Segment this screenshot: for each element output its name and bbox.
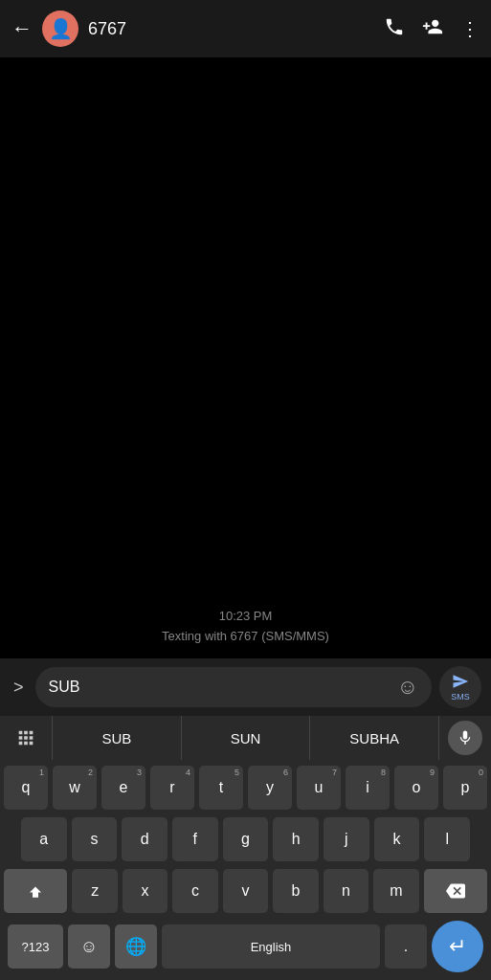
avatar-icon: 👤: [49, 17, 73, 40]
key-c[interactable]: c: [172, 869, 217, 913]
key-w[interactable]: w2: [53, 766, 97, 810]
key-emoji[interactable]: ☺: [68, 924, 110, 969]
grid-icon[interactable]: [0, 716, 52, 760]
key-p[interactable]: p0: [443, 766, 487, 810]
suggestions: SUB SUN SUBHA: [52, 716, 439, 760]
key-u[interactable]: u7: [297, 766, 341, 810]
key-q[interactable]: q1: [4, 766, 48, 810]
key-m[interactable]: m: [373, 869, 418, 913]
call-icon[interactable]: [384, 16, 405, 42]
key-d[interactable]: d: [122, 817, 167, 861]
key-enter[interactable]: ↵: [432, 921, 483, 972]
key-s[interactable]: s: [72, 817, 118, 861]
timestamp: 10:23 PM: [219, 609, 273, 623]
key-o[interactable]: o9: [394, 766, 438, 810]
more-options-icon[interactable]: ⋮: [460, 17, 480, 40]
key-y[interactable]: y6: [248, 766, 292, 810]
emoji-button[interactable]: ☺: [397, 675, 418, 700]
key-e[interactable]: e3: [101, 766, 145, 810]
key-symbols[interactable]: ?123: [8, 924, 63, 969]
input-bar: > ☺ SMS: [0, 658, 491, 716]
key-shift[interactable]: [4, 869, 67, 913]
key-x[interactable]: x: [123, 869, 167, 913]
top-bar: ← 👤 6767 ⋮: [0, 0, 491, 57]
key-row-3: z x c v b n m: [4, 869, 487, 913]
key-k[interactable]: k: [374, 817, 420, 861]
key-period[interactable]: .: [385, 924, 427, 969]
key-b[interactable]: b: [273, 869, 318, 913]
key-row-bottom: ?123 ☺ 🌐 English . ↵: [4, 921, 487, 972]
mic-button[interactable]: [439, 716, 491, 760]
suggestions-bar: SUB SUN SUBHA: [0, 716, 491, 760]
key-row-2: a s d f g h j k l: [4, 817, 487, 861]
keyboard: q1 w2 e3 r4 t5 y6 u7 i8 o9 p0 a s d f g …: [0, 760, 491, 980]
back-button[interactable]: ←: [11, 16, 33, 41]
send-button[interactable]: SMS: [439, 666, 481, 708]
key-j[interactable]: j: [324, 817, 369, 861]
key-i[interactable]: i8: [346, 766, 390, 810]
message-input[interactable]: [49, 679, 390, 696]
texting-info: Texting with 6767 (SMS/MMS): [162, 629, 329, 643]
key-globe[interactable]: 🌐: [115, 924, 157, 969]
suggestion-2[interactable]: SUN: [181, 716, 310, 760]
add-contact-icon[interactable]: [422, 16, 443, 42]
key-space[interactable]: English: [162, 924, 380, 969]
send-label: SMS: [451, 693, 470, 702]
key-z[interactable]: z: [72, 869, 117, 913]
key-backspace[interactable]: [424, 869, 487, 913]
key-row-1: q1 w2 e3 r4 t5 y6 u7 i8 o9 p0: [4, 766, 487, 810]
expand-button[interactable]: >: [10, 674, 28, 702]
avatar: 👤: [42, 11, 78, 47]
key-v[interactable]: v: [223, 869, 268, 913]
top-actions: ⋮: [384, 16, 480, 42]
message-input-wrap: ☺: [35, 667, 432, 707]
contact-name[interactable]: 6767: [88, 19, 384, 39]
key-g[interactable]: g: [223, 817, 269, 861]
key-h[interactable]: h: [273, 817, 319, 861]
key-r[interactable]: r4: [150, 766, 194, 810]
chat-area: 10:23 PM Texting with 6767 (SMS/MMS): [0, 57, 491, 658]
suggestion-3[interactable]: SUBHA: [309, 716, 439, 760]
key-a[interactable]: a: [21, 817, 67, 861]
suggestion-1[interactable]: SUB: [52, 716, 181, 760]
key-l[interactable]: l: [424, 817, 470, 861]
key-t[interactable]: t5: [199, 766, 243, 810]
key-f[interactable]: f: [172, 817, 218, 861]
key-n[interactable]: n: [324, 869, 368, 913]
mic-icon: [448, 721, 482, 755]
send-icon: [452, 673, 469, 693]
